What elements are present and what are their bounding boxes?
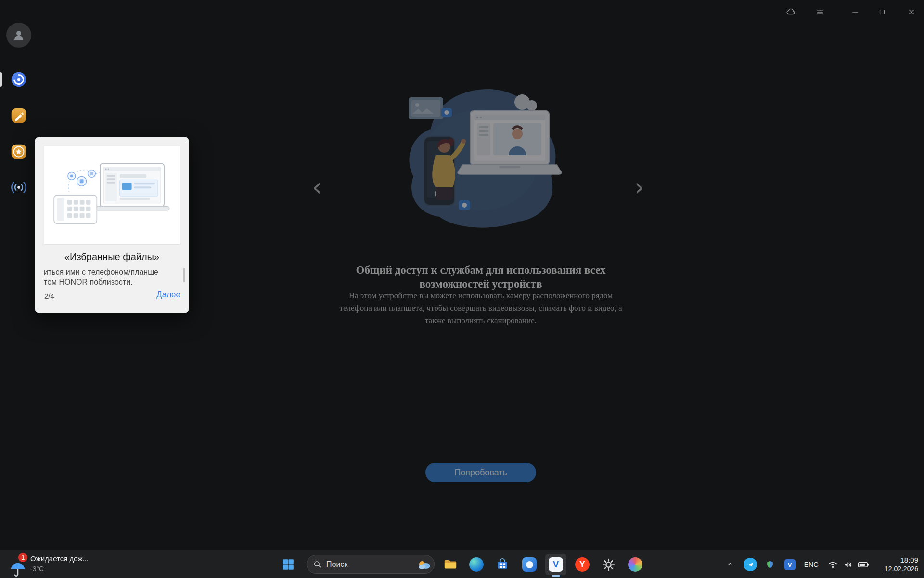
scrollbar-thumb[interactable] [183,268,185,282]
page-indicator: 2/4 [44,292,54,300]
tray-security-button[interactable] [763,554,777,575]
feature-preview-image [44,146,180,245]
search-icon [313,560,321,568]
devices-illustration [399,83,563,233]
next-link[interactable]: Далее [156,290,180,300]
store-bag-icon [496,558,509,571]
photos-app-button[interactable] [519,554,540,575]
settings-button[interactable] [598,554,619,575]
edge-browser-button[interactable] [466,554,487,575]
file-explorer-button[interactable] [440,554,461,575]
wifi-button[interactable] [826,554,839,575]
pencil-icon [9,105,29,126]
telegram-icon [744,558,757,571]
active-item-indicator [0,72,2,87]
volume-button[interactable] [841,554,855,575]
weather-headline: Ожидается дож... [30,554,89,563]
menu-icon[interactable] [813,5,827,19]
cloud-sync-icon[interactable] [784,5,797,19]
desktop-screen: ‹ › Общий доступ к службам для использов… [0,0,924,578]
speaker-icon [843,560,853,570]
colorful-app-button[interactable] [625,554,646,575]
carousel-prev-button[interactable]: ‹ [312,174,322,199]
user-icon [12,28,26,42]
sidebar [0,0,38,550]
feature-description-line-2: том HONOR поблизости. [44,277,173,287]
honor-device-connect-window: ‹ › Общий доступ к службам для использов… [0,0,924,550]
umbrella-icon [9,561,27,578]
notification-badge: 1 [18,553,27,562]
colorful-app-icon [628,557,642,572]
folder-icon [443,557,458,572]
tray-v-app-button[interactable]: V [783,554,796,575]
try-button[interactable]: Попробовать [425,463,536,482]
active-app-button[interactable]: V [545,554,566,575]
sidebar-item-notes[interactable] [8,105,29,126]
minimize-icon[interactable] [848,5,862,19]
sidebar-item-broadcast[interactable] [8,177,29,198]
start-button[interactable] [278,554,299,575]
maximize-icon[interactable] [875,5,889,19]
taskbar: 1 Ожидается дож... -3°C Поиск [0,550,924,578]
weather-temperature: -3°C [30,565,44,573]
taskbar-clock[interactable]: 18:09 12.02.2026 [885,550,918,578]
tray-expand-button[interactable] [723,554,737,575]
weather-widget[interactable]: 1 Ожидается дож... -3°C [0,550,106,578]
mini-weather-icon [417,558,431,571]
edge-icon [469,557,484,572]
broadcast-waves-icon [9,177,29,197]
chevron-up-icon [726,561,734,568]
carousel-next-button[interactable]: › [634,174,644,199]
tray-telegram-button[interactable] [743,554,757,575]
active-app-indicator [552,575,560,577]
avatar[interactable] [6,23,31,48]
clock-date: 12.02.2026 [885,565,918,573]
battery-icon [858,559,870,571]
sidebar-item-device-connect[interactable] [8,69,29,90]
clock-time: 18:09 [900,556,918,564]
search-highlight-icon[interactable] [417,558,431,571]
photos-icon [522,557,537,572]
file-share-illustration [44,146,180,244]
feature-title: «Избранные файлы» [35,251,189,263]
windows-logo-icon [282,558,295,571]
feature-description-line-1: иться ими с телефоном/планше [44,267,173,277]
feature-description: иться ими с телефоном/планше том HONOR п… [44,267,173,287]
tray-v-app-icon: V [784,559,796,570]
yandex-browser-button[interactable]: Y [572,554,593,575]
description-line-3: также выполнять сканирование. [38,315,924,327]
device-connect-icon [9,69,29,90]
gear-icon [602,558,615,571]
sidebar-item-favorites[interactable] [8,141,29,162]
wifi-icon [828,560,838,570]
v-app-icon: V [549,557,563,572]
language-indicator[interactable]: ENG [801,554,822,575]
close-icon[interactable] [905,5,918,19]
star-icon [9,142,29,162]
feature-tour-popup: «Избранные файлы» иться ими с телефоном/… [35,137,189,313]
shield-icon [765,560,775,569]
microsoft-store-button[interactable] [492,554,513,575]
search-box[interactable]: Поиск [307,555,435,574]
yandex-icon: Y [575,557,590,572]
search-placeholder: Поиск [326,560,347,569]
battery-button[interactable] [856,554,871,575]
